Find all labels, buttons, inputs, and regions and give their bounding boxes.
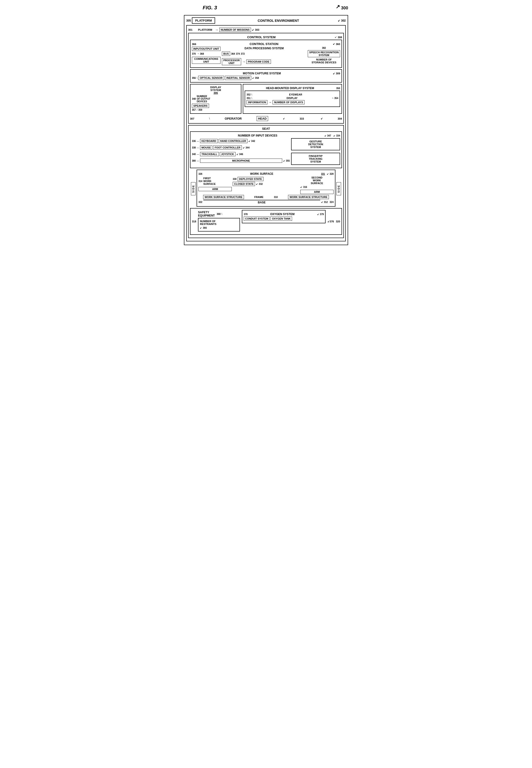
dps-ref2: 364	[231, 53, 235, 55]
seat-label: SEAT	[190, 127, 342, 130]
platform-arrow: →	[215, 28, 218, 32]
hmd-box: HEAD-MOUNTED DISPLAY SYSTEM 350 352 \ EY…	[243, 84, 342, 114]
mc-ref: 309	[336, 72, 340, 75]
slash357: /	[197, 109, 198, 111]
t-dash: —	[197, 153, 199, 156]
input-devices-content: 336 — KEYBOARD HAND CONTROLLER ↙ 342 338…	[192, 138, 340, 166]
ref338: 338	[192, 146, 196, 149]
platform-label-outer: PLATFORM	[192, 17, 215, 24]
work-surface-box: 326 WORK SURFACE 331 ↙ 328 314	[197, 170, 335, 207]
ws-ref331: 331	[321, 173, 325, 175]
storage-label: NUMBER OF STORAGE DEVICES	[312, 58, 336, 64]
ce-ref-arrow: ↙	[338, 19, 340, 22]
num-input-ref: 347	[327, 134, 331, 137]
motion-capture-box: MOTION CAPTURE SYSTEM ↙ 309 356 \ OPTICA…	[190, 69, 342, 83]
first-ws-col: 314 FIRST WORK SURFACE ARM	[198, 176, 232, 194]
ws-ref328-arrow: ↙	[327, 173, 329, 175]
safety-ref320: 320	[336, 220, 340, 223]
mc-backslash: \	[197, 77, 198, 79]
proc-arrow: →	[242, 60, 245, 64]
closed-box: CLOSED STATE	[233, 182, 255, 186]
eyewear-header: 352 \ EYEWEAR	[247, 93, 338, 96]
op-ref: 307	[190, 117, 194, 120]
main-inner-box: 301 PLATFORM → NUMBER OF MISSIONS ↙ 303 …	[186, 25, 346, 241]
eyewear-backslash: \	[251, 93, 252, 96]
control-system-header: CONTROL SYSTEM ↙ 308	[190, 35, 342, 39]
io-refs-row: 370 ~ 368	[192, 53, 220, 55]
proc-row: PROCESSOR UNIT → PROGRAM CODE	[222, 58, 306, 65]
k-dash: —	[197, 140, 199, 142]
mc-label: MOTION CAPTURE SYSTEM	[192, 72, 332, 75]
ref382: 382	[322, 47, 326, 49]
foot-ctrl-ref: 344	[246, 146, 250, 149]
trackball-box: TRACKBALL	[200, 152, 219, 156]
eyewear-label: EYEWEAR	[253, 93, 338, 96]
ws-header: 326 WORK SURFACE 331 ↙ 328	[198, 172, 334, 175]
ref372: 372	[241, 53, 245, 55]
inertial-ref-arrow: ↙	[252, 77, 254, 79]
display-ref: 354	[334, 97, 338, 99]
wss-frame-row: WORK SURFACE STRUCTURE FRAME 310 WORK SU…	[198, 195, 334, 199]
figure-title: FIG. 3	[203, 5, 217, 11]
base-label: BASE	[203, 200, 320, 204]
display-ref-arrow: ~	[332, 97, 333, 99]
hmd-label: HEAD-MOUNTED DISPLAY SYSTEM	[245, 87, 335, 90]
ref332: 332	[259, 183, 263, 185]
oxygen-sys-box: 378 OXYGEN SYSTEM ↙ 379 CONDUIT SYSTEM O…	[242, 210, 326, 223]
hand-ctrl-box: HAND CONTROLLER	[219, 139, 247, 143]
eyewear-ref: 352	[247, 93, 251, 96]
station-ref: 360	[336, 43, 340, 46]
num-output-row: 348 NUMBER OF OUTPUT DEVICES	[192, 95, 239, 103]
disp-backslash: \	[251, 97, 252, 99]
wss1-box: WORK SURFACE STRUCTURE	[203, 195, 244, 199]
cs-ref-arrow: ↙	[335, 36, 337, 39]
ws-ref328: 328	[330, 173, 334, 175]
oxygen-ref: 379	[320, 213, 324, 216]
ce-header: 305 PLATFORM CONTROL ENVIRONMENT ↙ 302	[186, 17, 346, 24]
display-inner-row: 351 \ DISPLAY ~ 354	[247, 97, 338, 99]
ws-label: WORK SURFACE	[203, 172, 320, 175]
keyboard-box: KEYBOARD	[200, 139, 218, 143]
side-right-text: SIDE	[336, 182, 341, 195]
control-station-header: 366 CONTROL STATION ↙ 360	[192, 42, 340, 46]
ref332-arrow: ↙	[256, 183, 258, 185]
arm-right-box: ARM	[300, 190, 334, 194]
side-left-text: SIDE	[191, 182, 196, 195]
ref304-arrow: ↙	[321, 117, 323, 120]
control-station-label: CONTROL STATION	[197, 42, 331, 46]
ref334-arrow: ↙	[333, 134, 335, 137]
ws-ref316-arrow: ↙	[300, 186, 302, 188]
gesture-label: GESTURE DETECTION SYSTEM	[293, 140, 338, 148]
oxygen-ref378: 378	[244, 213, 248, 216]
head-box: HEAD	[257, 116, 268, 121]
num-restraints-box: NUMBER OF RESTRAINTS ↙ 366	[198, 218, 240, 232]
display-sys-label: DISPLAY SYSTEM	[192, 86, 239, 91]
second-ws-col: SECOND WORK SURFACE ↙ 316 ARM	[300, 176, 334, 194]
speech-box: SPEECH RECOGNITION SYSTEM	[308, 50, 340, 57]
input-devices-header: NUMBER OF INPUT DEVICES ↙ 347 ↙ 334	[192, 134, 340, 137]
mc-ref-arrow: ↙	[333, 72, 335, 75]
num-missions-ref-arrow: ↙	[252, 28, 254, 31]
platform-ref-301: 301	[188, 28, 192, 31]
base-ref: 312	[324, 201, 328, 203]
safety-ref368: 368	[217, 213, 221, 215]
foot-ctrl-box: FOOT CONTROLLER	[213, 145, 242, 150]
display-inner-label: DISPLAY	[253, 97, 331, 99]
first-ws-row: 314 FIRST WORK SURFACE	[198, 177, 232, 185]
deployed-box: DEPLOYED STATE	[238, 177, 263, 181]
info-box: INFORMATION	[247, 100, 267, 104]
gesture-box: GESTURE DETECTION SYSTEM	[291, 138, 340, 150]
bus-box: BUS	[222, 52, 230, 56]
dps-label: DATA PROCESSING SYSTEM	[222, 47, 306, 50]
ref336: 336	[192, 140, 196, 142]
ws-ref316: 316	[303, 186, 307, 188]
first-ws-label: FIRST WORK SURFACE	[203, 177, 216, 185]
display-sys-box: DISPLAY SYSTEM 306 348 NUMBER OF OUTPUT …	[190, 84, 241, 114]
ref357-row: 357 / 359	[192, 109, 239, 111]
work-surface-outer: SIDE 326 WORK SURFACE 331 ↙ 328	[190, 170, 342, 208]
head-ref-arrow: ↙	[283, 117, 285, 120]
safety-box: 318 SAFETY EQUIPMENT 368 \ NUMBER OF RES…	[190, 208, 342, 235]
ref304: 304	[338, 117, 342, 120]
conduit-box: CONDUIT SYSTEM	[244, 217, 270, 221]
io-box: INPUT/OUTPUT UNIT	[192, 47, 220, 51]
